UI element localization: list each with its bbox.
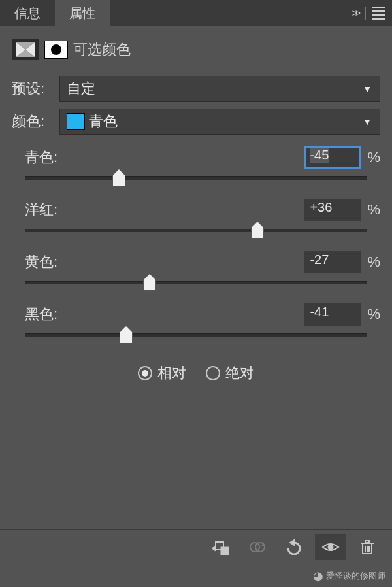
slider-track[interactable] [25, 174, 367, 187]
slider-thumb[interactable] [143, 279, 156, 291]
radio-icon [206, 366, 220, 380]
slider-track[interactable] [25, 278, 367, 292]
sync-icon[interactable] [242, 534, 273, 560]
slider-label: 黄色: [25, 252, 57, 272]
preset-select[interactable]: 自定 ▼ [59, 76, 380, 102]
colors-label: 颜色: [12, 112, 59, 131]
tab-properties[interactable]: 属性 [55, 0, 110, 26]
percent-label: % [367, 254, 380, 271]
preset-label: 预设: [12, 79, 59, 99]
adjustment-title: 可选颜色 [73, 40, 131, 59]
colors-row: 颜色: 青色 ▼ [12, 109, 380, 135]
tab-bar: 信息 属性 >> [0, 0, 392, 26]
radio-absolute[interactable]: 绝对 [206, 363, 254, 383]
panel-controls: >> [352, 7, 385, 20]
method-radio-group: 相对 绝对 [12, 363, 380, 383]
svg-rect-4 [221, 547, 229, 555]
panel-toolbar [0, 529, 392, 563]
revert-icon[interactable] [278, 534, 310, 560]
slider-label: 洋红: [25, 200, 57, 220]
visibility-icon[interactable] [315, 534, 346, 560]
slider-label: 青色: [25, 148, 57, 167]
clip-to-layer-icon[interactable] [205, 534, 237, 560]
watermark: ◕ 爱怪谈的修图师 [313, 569, 385, 583]
watermark-text: 爱怪谈的修图师 [326, 570, 385, 582]
preset-value: 自定 [67, 79, 95, 99]
slider-2: 黄色:-27% [12, 251, 380, 292]
percent-label: % [367, 306, 380, 323]
radio-label: 绝对 [225, 363, 254, 383]
collapse-icon[interactable]: >> [352, 8, 359, 18]
panel-menu-icon[interactable] [372, 7, 385, 20]
slider-track[interactable] [25, 226, 367, 239]
radio-icon [138, 366, 152, 380]
percent-label: % [367, 149, 380, 166]
radio-label: 相对 [157, 363, 186, 383]
slider-track[interactable] [25, 331, 367, 344]
svg-rect-16 [365, 541, 369, 543]
chevron-down-icon: ▼ [363, 84, 372, 94]
slider-thumb[interactable] [251, 227, 264, 239]
slider-1: 洋红:+36% [12, 199, 380, 239]
slider-value-input[interactable]: -41 [304, 303, 361, 326]
colors-select[interactable]: 青色 ▼ [59, 109, 380, 135]
colors-value: 青色 [89, 112, 118, 131]
panel-header: 可选颜色 [12, 39, 380, 60]
tab-info[interactable]: 信息 [0, 0, 55, 26]
divider [365, 7, 366, 20]
svg-marker-9 [289, 539, 295, 546]
slider-value-input[interactable]: +36 [304, 199, 361, 221]
slider-value-input[interactable]: -45 [304, 146, 361, 169]
slider-0: 青色:-45% [12, 146, 380, 187]
svg-marker-6 [212, 546, 216, 551]
properties-panel: 可选颜色 预设: 自定 ▼ 颜色: 青色 ▼ 青色:-45%洋红:+36%黄色:… [0, 26, 392, 422]
slider-value-input[interactable]: -27 [304, 251, 361, 273]
slider-thumb[interactable] [120, 331, 133, 343]
svg-point-10 [328, 545, 333, 550]
slider-3: 黑色:-41% [12, 303, 380, 344]
chevron-down-icon: ▼ [363, 116, 372, 127]
slider-thumb[interactable] [112, 175, 125, 186]
preset-row: 预设: 自定 ▼ [12, 76, 380, 102]
radio-relative[interactable]: 相对 [138, 363, 186, 383]
trash-icon[interactable] [351, 534, 383, 560]
selective-color-icon[interactable] [12, 39, 39, 60]
percent-label: % [367, 201, 380, 218]
slider-label: 黑色: [25, 305, 57, 324]
color-swatch [67, 113, 85, 130]
mask-icon[interactable] [44, 41, 68, 59]
weibo-icon: ◕ [313, 569, 323, 583]
